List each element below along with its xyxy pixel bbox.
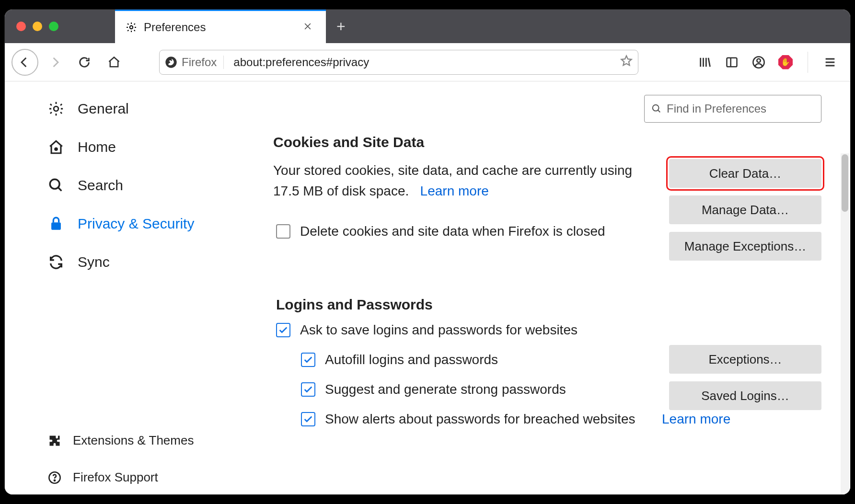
sidebar-label: Extensions & Themes (73, 433, 194, 448)
home-button[interactable] (101, 49, 127, 76)
svg-point-6 (55, 148, 58, 150)
account-button[interactable] (750, 54, 767, 71)
suggest-passwords-checkbox[interactable] (301, 382, 315, 397)
svg-rect-2 (727, 57, 737, 67)
manage-exceptions-button[interactable]: Manage Exceptions… (669, 232, 821, 261)
sidebar-label: Privacy & Security (78, 216, 194, 232)
delete-on-close-checkbox[interactable] (276, 224, 290, 239)
close-window-button[interactable] (16, 22, 26, 31)
sidebar-item-sync[interactable]: Sync (48, 254, 244, 270)
breached-alerts-label: Show alerts about passwords for breached… (325, 412, 635, 427)
browser-tab-preferences[interactable]: Preferences (115, 10, 326, 43)
zoom-window-button[interactable] (49, 22, 58, 31)
sidebar-item-search[interactable]: Search (48, 177, 244, 194)
clear-data-button[interactable]: Clear Data… (669, 159, 821, 188)
puzzle-icon (48, 434, 61, 447)
sidebar-item-general[interactable]: General (48, 101, 244, 117)
library-button[interactable] (696, 54, 714, 71)
app-menu-button[interactable] (821, 54, 839, 71)
autofill-logins-checkbox[interactable] (301, 353, 315, 367)
tab-close-button[interactable] (300, 20, 315, 34)
sidebar-button[interactable] (723, 54, 740, 71)
sidebar-item-support[interactable]: Firefox Support (48, 470, 244, 485)
sidebar-item-extensions[interactable]: Extensions & Themes (48, 433, 244, 448)
svg-point-5 (54, 106, 58, 111)
cookies-heading: Cookies and Site Data (273, 134, 821, 150)
autofill-logins-label: Autofill logins and passwords (325, 352, 498, 367)
sidebar-label: Search (78, 177, 123, 194)
url-text: about:preferences#privacy (228, 56, 616, 69)
sidebar-label: Home (78, 139, 116, 155)
url-bar[interactable]: Firefox about:preferences#privacy (159, 50, 638, 75)
back-button[interactable] (12, 49, 38, 76)
sidebar-label: Sync (78, 254, 110, 270)
saved-logins-button[interactable]: Saved Logins… (669, 381, 821, 410)
gear-icon (48, 101, 64, 117)
sidebar-item-privacy[interactable]: Privacy & Security (48, 216, 244, 232)
window-controls (5, 10, 115, 43)
ask-save-logins-label: Ask to save logins and passwords for web… (300, 322, 578, 338)
toolbar-separator (808, 52, 808, 73)
minimize-window-button[interactable] (33, 22, 42, 31)
gear-icon (126, 22, 137, 33)
identity-label: Firefox (182, 56, 224, 69)
sidebar-item-home[interactable]: Home (48, 139, 244, 155)
search-icon (651, 103, 662, 114)
sidebar-label: General (78, 101, 129, 117)
logins-heading: Logins and Passwords (276, 297, 821, 313)
logins-exceptions-button[interactable]: Exceptions… (669, 345, 821, 374)
home-icon (48, 139, 64, 155)
tab-title: Preferences (144, 21, 293, 34)
adblock-button[interactable]: ✋ (777, 54, 794, 71)
forward-button[interactable] (41, 49, 68, 76)
reload-button[interactable] (71, 49, 98, 76)
delete-on-close-label: Delete cookies and site data when Firefo… (300, 224, 605, 239)
sync-icon (48, 254, 64, 270)
breached-alerts-checkbox[interactable] (301, 412, 315, 426)
hand-icon: ✋ (781, 57, 790, 67)
svg-rect-8 (51, 222, 61, 230)
search-icon (48, 177, 64, 194)
firefox-icon (164, 56, 178, 69)
svg-point-10 (54, 480, 55, 481)
svg-point-7 (50, 179, 59, 189)
svg-point-4 (757, 58, 760, 62)
bookmark-star-button[interactable] (620, 54, 633, 70)
lock-icon (48, 216, 64, 232)
cookies-learn-more-link[interactable]: Learn more (420, 183, 489, 198)
manage-data-button[interactable]: Manage Data… (669, 195, 821, 224)
search-placeholder: Find in Preferences (667, 102, 766, 115)
scrollbar-thumb[interactable] (842, 154, 848, 212)
preferences-search-input[interactable]: Find in Preferences (644, 95, 821, 123)
svg-point-11 (653, 105, 659, 111)
sidebar-label: Firefox Support (73, 470, 158, 485)
ask-save-logins-checkbox[interactable] (276, 323, 290, 337)
suggest-passwords-label: Suggest and generate strong passwords (325, 382, 566, 397)
preferences-main: Find in Preferences Cookies and Site Dat… (254, 81, 850, 494)
help-icon (48, 471, 61, 484)
logins-learn-more-link[interactable]: Learn more (662, 412, 730, 427)
svg-point-0 (130, 25, 133, 28)
vertical-scrollbar[interactable] (841, 153, 849, 494)
preferences-sidebar: General Home Search Privacy & Security S… (5, 81, 254, 494)
new-tab-button[interactable]: + (326, 10, 356, 43)
